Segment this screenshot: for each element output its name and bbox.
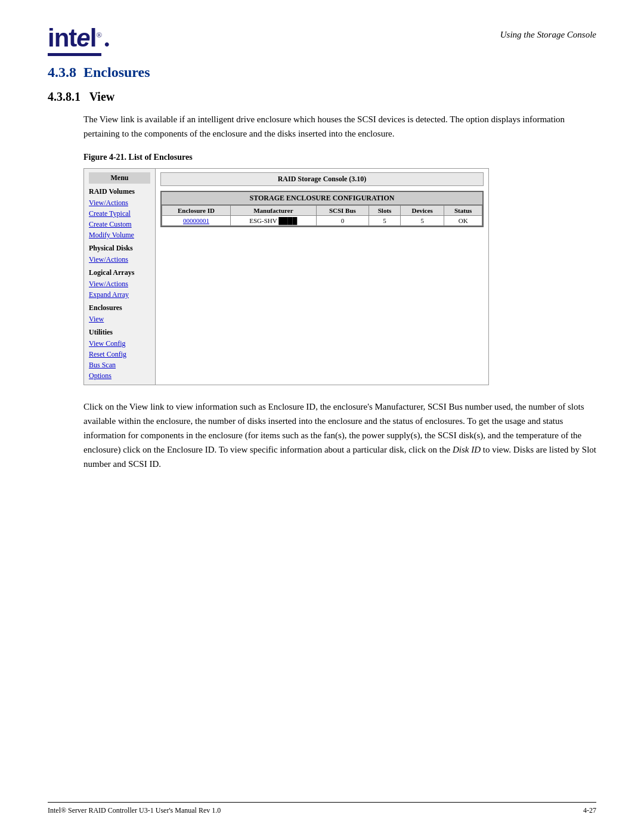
sidebar-item-view-config[interactable]: View Config: [89, 338, 150, 349]
sidebar-label-utilities: Utilities: [89, 328, 150, 337]
cell-manufacturer: ESG-SHV ████: [230, 216, 316, 226]
sidebar-label-raid-volumes: RAID Volumes: [89, 187, 150, 196]
sidebar-item-modify-volume[interactable]: Modify Volume: [89, 230, 150, 240]
intel-logo: intel® .: [48, 24, 110, 52]
body-text-1: The View link is available if an intelli…: [83, 112, 596, 141]
enclosure-table-container: STORAGE ENCLOSURE CONFIGURATION Enclosur…: [160, 191, 484, 227]
sidebar-item-bus-scan[interactable]: Bus Scan: [89, 360, 150, 370]
enclosure-table: Enclosure ID Manufacturer SCSI Bus Slots…: [162, 205, 482, 226]
subsection-number: 4.3.8.1: [48, 90, 80, 103]
col-scsi-bus: SCSI Bus: [316, 206, 369, 216]
cell-status: OK: [444, 216, 482, 226]
menu-title: Menu: [89, 172, 150, 184]
section-title: 4.3.8 Enclosures: [48, 64, 596, 80]
content-panel: RAID Storage Console (3.10) STORAGE ENCL…: [156, 169, 488, 385]
sidebar-item-create-custom[interactable]: Create Custom: [89, 219, 150, 230]
section-number: 4.3.8: [48, 64, 76, 80]
sidebar-item-view-actions-1[interactable]: View/Actions: [89, 197, 150, 208]
sidebar-item-view[interactable]: View: [89, 314, 150, 324]
col-manufacturer: Manufacturer: [230, 206, 316, 216]
col-devices: Devices: [401, 206, 444, 216]
body-text-2-italic: Disk ID: [453, 445, 481, 454]
cell-slots: 5: [369, 216, 401, 226]
console-title: RAID Storage Console: [278, 175, 348, 183]
sidebar-menu: Menu RAID Volumes View/Actions Create Ty…: [84, 169, 156, 385]
col-slots: Slots: [369, 206, 401, 216]
logo-dot: .: [104, 24, 110, 52]
sidebar-label-logical-arrays: Logical Arrays: [89, 268, 150, 277]
sidebar-item-view-actions-2[interactable]: View/Actions: [89, 254, 150, 265]
col-status: Status: [444, 206, 482, 216]
sidebar-item-view-actions-3[interactable]: View/Actions: [89, 278, 150, 289]
sidebar-label-physical-disks: Physical Disks: [89, 244, 150, 253]
page-footer: Intel® Server RAID Controller U3-1 User'…: [48, 802, 596, 815]
sidebar-label-enclosures: Enclosures: [89, 304, 150, 312]
cell-scsi-bus: 0: [316, 216, 369, 226]
table-header-row: Enclosure ID Manufacturer SCSI Bus Slots…: [162, 206, 482, 216]
console-version: 3.10: [351, 175, 364, 183]
page-header: intel® . Using the Storage Console: [48, 24, 596, 52]
enclosure-table-title: STORAGE ENCLOSURE CONFIGURATION: [162, 192, 482, 205]
page-container: intel® . Using the Storage Console 4.3.8…: [0, 0, 644, 833]
col-enclosure-id: Enclosure ID: [162, 206, 231, 216]
sidebar-item-create-typical[interactable]: Create Typical: [89, 208, 150, 219]
logo-text: intel®: [48, 24, 101, 56]
footer-right: 4-27: [583, 806, 596, 815]
cell-devices: 5: [401, 216, 444, 226]
table-row: 00000001 ESG-SHV ████ 0 5 5 OK: [162, 216, 482, 226]
subsection-title: 4.3.8.1 View: [48, 90, 596, 104]
footer-left: Intel® Server RAID Controller U3-1 User'…: [48, 806, 221, 815]
logo-registered: ®: [96, 30, 101, 39]
sidebar-item-expand-array[interactable]: Expand Array: [89, 289, 150, 300]
ui-screenshot: Menu RAID Volumes View/Actions Create Ty…: [83, 168, 489, 385]
sidebar-item-reset-config[interactable]: Reset Config: [89, 349, 150, 360]
header-tagline: Using the Storage Console: [500, 30, 596, 40]
sidebar-item-options[interactable]: Options: [89, 370, 150, 381]
body-text-2: Click on the View link to view informati…: [83, 400, 596, 471]
subsection-name: View: [89, 90, 115, 103]
figure-caption: Figure 4-21. List of Enclosures: [83, 153, 596, 162]
section-name: Enclosures: [83, 64, 150, 80]
console-header: RAID Storage Console (3.10): [160, 172, 484, 186]
cell-enclosure-id[interactable]: 00000001: [162, 216, 231, 226]
